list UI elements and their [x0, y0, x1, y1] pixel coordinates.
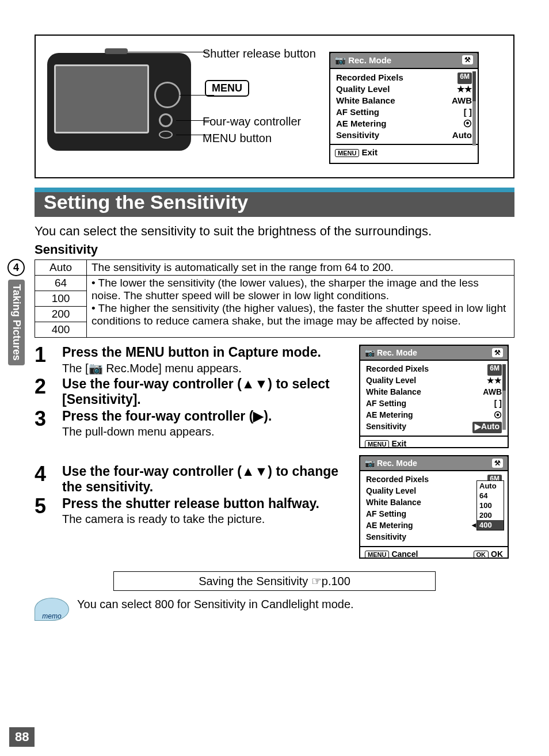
lcd-row: AF Setting[ ]: [366, 399, 502, 410]
camera-diagram: Shutter release button MENU Four-way con…: [35, 35, 514, 178]
lcd-key: Sensitivity: [336, 130, 379, 142]
lcd-row: Recorded Pixels6M: [366, 364, 502, 376]
lcd-mid-title-text: Rec. Mode: [377, 348, 417, 357]
lcd-val: AWB: [483, 387, 502, 399]
step-number: 5: [35, 496, 52, 526]
lcd-key: White Balance: [336, 96, 395, 107]
table-bullet: The higher the sensitivity (the higher v…: [92, 302, 506, 327]
lcd-val: ★★: [487, 376, 502, 387]
table-cell-400: 400: [35, 322, 87, 338]
diagram-labels: Shutter release button MENU Four-way con…: [203, 36, 318, 177]
lcd-key: Recorded Pixels: [336, 72, 403, 84]
lcd-val: [ ]: [464, 107, 472, 119]
lcd-key: AF Setting: [366, 509, 406, 521]
step-desc: The [📷 Rec.Mode] menu appears.: [62, 361, 353, 375]
step-title: Use the four-way controller (▲▼) to chan…: [62, 464, 353, 495]
dropdown-item: 64: [477, 491, 504, 501]
lcd-val: Auto: [452, 130, 472, 142]
step-number: 3: [35, 408, 52, 438]
page-number: 88: [9, 727, 35, 747]
tool-icon: ⚒: [462, 55, 473, 64]
lcd-top: 📷 Rec. Mode ⚒ Recorded Pixels6M Quality …: [329, 52, 479, 164]
step-number: 2: [35, 376, 52, 407]
table-cell-200: 200: [35, 307, 87, 322]
dropdown-item: 100: [477, 501, 504, 510]
table-cell-64: 64: [35, 276, 87, 291]
scrollbar-icon: [502, 364, 506, 430]
menu-badge: MENU: [205, 80, 249, 97]
lcd-key: AE Metering: [366, 521, 413, 532]
lcd-val: [ ]: [494, 399, 502, 410]
lcd-key: Sensitivity: [366, 532, 406, 544]
lcd-key: AF Setting: [336, 107, 379, 119]
menu-key-icon: MENU: [335, 149, 359, 157]
lcd-mid-foot: MENUExit: [360, 436, 508, 450]
chapter-label: Taking Pictures: [8, 280, 25, 365]
lcd-key: AE Metering: [336, 119, 387, 130]
side-tab: 4 Taking Pictures: [6, 259, 26, 365]
section-heading: Setting the Sensitivity: [35, 188, 514, 217]
table-cell-100: 100: [35, 291, 87, 307]
lcd-val: ⦿: [494, 410, 502, 422]
lcd-row: Quality Level★★: [336, 84, 472, 96]
shutter-label: Shutter release button: [203, 47, 318, 60]
lcd-mid-title: 📷 Rec. Mode⚒: [359, 345, 509, 361]
step-4: 4 Use the four-way controller (▲▼) to ch…: [35, 464, 353, 495]
menu-btn-label: MENU button: [203, 132, 318, 145]
lcd-bot-foot: MENUCancel OKOK: [360, 546, 508, 561]
memo: memo You can select 800 for Sensitivity …: [35, 598, 514, 621]
lcd-key: Sensitivity: [366, 422, 406, 433]
lcd-foot-cancel: Cancel: [391, 549, 418, 559]
lcd-mid: 📷 Rec. Mode⚒ Recorded Pixels6M Quality L…: [359, 345, 509, 448]
step-5: 5 Press the shutter release button halfw…: [35, 496, 353, 526]
lcd-key: Quality Level: [336, 84, 390, 96]
dropdown-item: Auto: [477, 481, 504, 491]
lcd-row: SensitivityAuto: [336, 130, 472, 142]
lcd-val: ★★: [457, 84, 472, 96]
step-title: Press the MENU button in Capture mode.: [62, 345, 353, 360]
lcd-key: AF Setting: [366, 399, 406, 410]
menu-key-icon: MENU: [365, 551, 389, 559]
lcd-bot-title-text: Rec. Mode: [377, 459, 417, 468]
lcd-val: 6M: [458, 72, 472, 84]
step-3: 3 Press the four-way controller (▶). The…: [35, 408, 353, 438]
lcd-val: 6M: [487, 364, 502, 376]
ok-key-icon: OK: [474, 551, 489, 559]
step-title: Use the four-way controller (▲▼) to sele…: [62, 376, 353, 407]
step-number: 1: [35, 345, 52, 375]
memo-icon: memo: [35, 598, 69, 621]
lcd-top-title: 📷 Rec. Mode ⚒: [329, 52, 479, 69]
menu-key-icon: MENU: [365, 440, 389, 448]
lcd-val: ▶Auto: [472, 422, 502, 433]
memo-text: You can select 800 for Sensitivity in Ca…: [77, 598, 514, 611]
sensitivity-table: Auto The sensitivity is automatically se…: [35, 259, 514, 338]
step-desc: The camera is ready to take the picture.: [62, 513, 353, 526]
lcd-row: White BalanceAWB: [336, 96, 472, 107]
table-cell-auto: Auto: [35, 260, 87, 276]
lcd-row-highlight: Sensitivity▶Auto: [366, 422, 502, 433]
step-title: Press the shutter release button halfway…: [62, 496, 353, 511]
intro-text: You can select the sensitivity to suit t…: [35, 224, 514, 239]
lcd-row: Recorded Pixels6M: [336, 72, 472, 84]
tool-icon: ⚒: [492, 348, 503, 357]
lcd-key: Recorded Pixels: [366, 364, 429, 376]
step-title: Press the four-way controller (▶).: [62, 408, 353, 424]
sensitivity-dropdown: Auto 64 100 200 400: [476, 480, 504, 530]
lcd-row-highlight: Sensitivity: [366, 532, 502, 544]
lcd-foot-text: Exit: [391, 439, 406, 448]
lcd-top-title-text: Rec. Mode: [348, 55, 391, 65]
subheading: Sensitivity: [35, 242, 514, 257]
lcd-key: White Balance: [366, 498, 421, 509]
lcd-key: AE Metering: [366, 410, 413, 422]
camera-illustration: [47, 47, 197, 162]
lcd-key: Recorded Pixels: [366, 475, 429, 486]
lcd-foot-ok: OK: [491, 549, 503, 559]
dropdown-item: 200: [477, 510, 504, 520]
lcd-top-foot: MENUExit: [330, 144, 478, 159]
lcd-key: White Balance: [366, 387, 421, 399]
lcd-foot-text: Exit: [361, 147, 378, 157]
tool-icon: ⚒: [492, 459, 503, 468]
step-1: 1 Press the MENU button in Capture mode.…: [35, 345, 353, 375]
save-note: Saving the Sensitivity ☞p.100: [113, 571, 436, 591]
lcd-row: Quality Level★★: [366, 376, 502, 387]
